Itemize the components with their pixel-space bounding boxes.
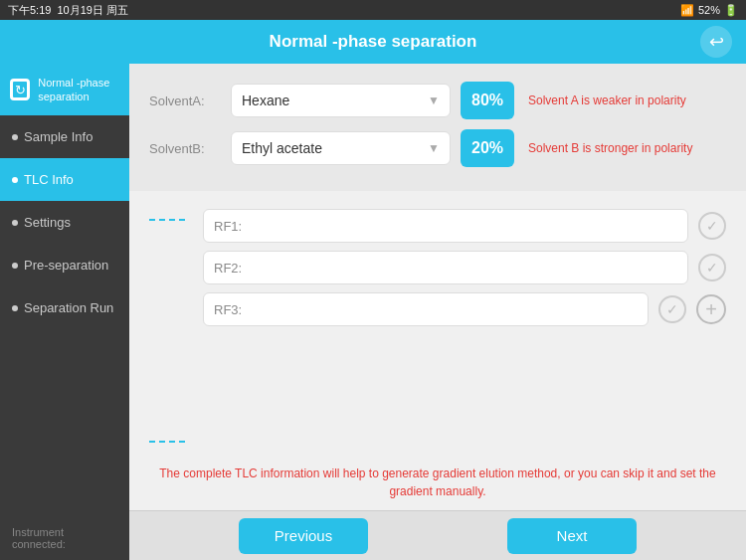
rf3-input-wrapper: RF3: (203, 292, 649, 326)
refresh-icon: ↻ (15, 83, 26, 97)
solvent-section: SolventA: Hexane ▼ 80% Solvent A is weak… (129, 64, 746, 191)
rf2-label: RF2: (214, 261, 244, 276)
tlc-bottom-line (149, 441, 185, 443)
wifi-icon: 📶 (680, 4, 694, 17)
dot-icon (12, 305, 18, 311)
status-indicators: 📶 52% 🔋 (680, 4, 738, 17)
solvent-b-note: Solvent B is stronger in polarity (524, 140, 726, 157)
solvent-b-percentage: 20% (461, 129, 514, 167)
sidebar-item-label: TLC Info (24, 172, 74, 187)
dot-icon (12, 220, 18, 226)
rf-rows: RF1: ✓ RF2: ✓ (203, 209, 726, 453)
brand-icon: ↻ (10, 79, 30, 100)
sidebar-item-separation-run[interactable]: Separation Run (0, 286, 129, 329)
dropdown-arrow-icon: ▼ (428, 141, 440, 155)
solvent-a-note: Solvent A is weaker in polarity (524, 93, 726, 109)
rf3-input[interactable] (244, 301, 638, 317)
rf2-input[interactable] (244, 260, 677, 276)
sidebar-item-sample-info[interactable]: Sample Info (0, 115, 129, 158)
rf1-row: RF1: ✓ (203, 209, 726, 243)
tlc-section: RF1: ✓ RF2: ✓ (129, 191, 746, 510)
sidebar-item-label: Separation Run (24, 300, 113, 315)
tlc-top-line (149, 219, 185, 221)
sidebar: ↻ Normal -phase separation Sample Info T… (0, 64, 129, 560)
rf1-input[interactable] (244, 218, 677, 234)
rf2-row: RF2: ✓ (203, 251, 726, 284)
instrument-status: Instrument connected: (0, 516, 129, 560)
dot-icon (12, 177, 18, 183)
header: Normal -phase separation ↩ (0, 20, 746, 64)
solvent-a-row: SolventA: Hexane ▼ 80% Solvent A is weak… (149, 82, 726, 119)
rf3-label: RF3: (214, 302, 244, 317)
sidebar-item-label: Pre-separation (24, 258, 108, 273)
dropdown-arrow-icon: ▼ (428, 93, 440, 107)
dot-icon (12, 134, 18, 140)
sidebar-brand: ↻ Normal -phase separation (0, 64, 129, 115)
rf1-check-icon: ✓ (698, 212, 726, 240)
brand-label: Normal -phase separation (38, 76, 119, 104)
content-area: SolventA: Hexane ▼ 80% Solvent A is weak… (129, 64, 746, 560)
tlc-plate (149, 209, 189, 453)
solvent-a-label: SolventA: (149, 93, 221, 108)
solvent-b-label: SolventB: (149, 141, 221, 156)
sidebar-item-label: Settings (24, 215, 71, 230)
battery-indicator: 52% (698, 4, 720, 16)
sidebar-item-label: Sample Info (24, 129, 93, 144)
status-date: 10月19日 周五 (57, 3, 128, 18)
status-bar: 下午5:19 10月19日 周五 📶 52% 🔋 (0, 0, 746, 20)
back-icon: ↩ (709, 31, 724, 53)
battery-icon: 🔋 (724, 4, 738, 17)
next-button[interactable]: Next (507, 518, 637, 554)
dot-icon (12, 263, 18, 269)
bottom-navigation-bar: Previous Next (129, 510, 746, 560)
status-time: 下午5:19 (8, 3, 51, 18)
solvent-b-value: Ethyl acetate (242, 140, 428, 156)
rf2-input-wrapper: RF2: (203, 251, 688, 284)
header-title: Normal -phase separation (270, 32, 477, 52)
add-rf-button[interactable]: + (696, 294, 726, 324)
tlc-hint-text: The complete TLC information will help t… (159, 467, 715, 498)
tlc-inner: RF1: ✓ RF2: ✓ (149, 209, 726, 453)
instrument-label: Instrument connected: (12, 526, 66, 550)
status-time-date: 下午5:19 10月19日 周五 (8, 3, 128, 18)
sidebar-item-pre-separation[interactable]: Pre-separation (0, 244, 129, 286)
rf2-check-icon: ✓ (698, 254, 726, 281)
back-button[interactable]: ↩ (700, 26, 732, 58)
solvent-a-select[interactable]: Hexane ▼ (231, 84, 451, 117)
solvent-a-percentage: 80% (461, 82, 514, 119)
solvent-b-select[interactable]: Ethyl acetate ▼ (231, 131, 451, 165)
rf3-check-icon: ✓ (658, 295, 686, 323)
solvent-b-row: SolventB: Ethyl acetate ▼ 20% Solvent B … (149, 129, 726, 167)
sidebar-item-settings[interactable]: Settings (0, 201, 129, 244)
main-layout: ↻ Normal -phase separation Sample Info T… (0, 64, 746, 560)
sidebar-item-tlc-info[interactable]: TLC Info (0, 158, 129, 201)
previous-button[interactable]: Previous (239, 518, 368, 554)
rf3-row: RF3: ✓ + (203, 292, 726, 326)
tlc-plate-body (149, 225, 189, 437)
rf1-label: RF1: (214, 219, 244, 234)
tlc-hint: The complete TLC information will help t… (149, 465, 726, 500)
rf1-input-wrapper: RF1: (203, 209, 688, 243)
solvent-a-value: Hexane (242, 93, 428, 108)
